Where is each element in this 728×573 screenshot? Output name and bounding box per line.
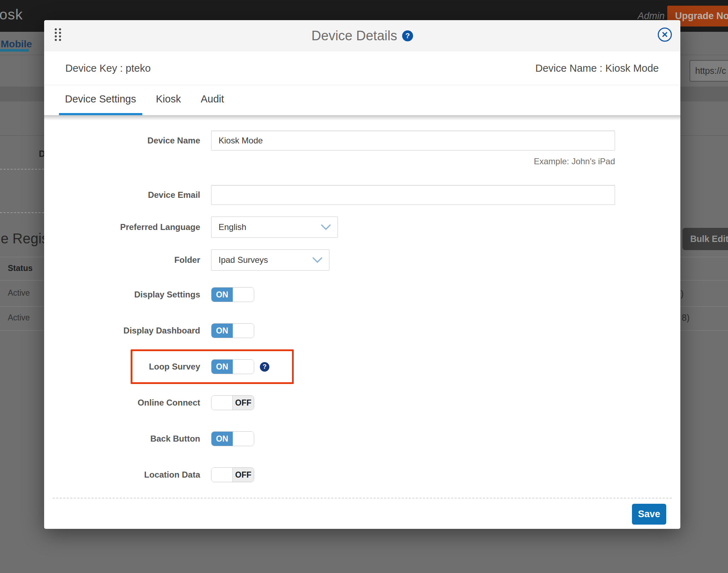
toggle-knob [233, 324, 254, 338]
table-cell-fragment: 8) [682, 313, 690, 323]
url-field[interactable]: https://c [690, 60, 728, 82]
toggle-on-segment: ON [211, 432, 233, 446]
modal-tabs: Device Settings Kiosk Audit [59, 85, 238, 115]
screen: osk Admin Upgrade Now Mobile D e Registr… [0, 0, 728, 573]
toggle-knob [211, 396, 233, 410]
display-dashboard-label: Display Dashboard [44, 326, 200, 336]
table-cell-fragment: ) [681, 289, 684, 299]
table-row-status: Active [8, 288, 30, 298]
chevron-down-icon [312, 257, 323, 263]
online-connect-toggle[interactable]: OFF [211, 395, 254, 410]
folder-value: Ipad Surveys [219, 255, 268, 265]
device-name-helper: Example: John's iPad [211, 156, 615, 166]
loop-survey-toggle[interactable]: ON [211, 359, 254, 374]
display-dashboard-toggle[interactable]: ON [211, 323, 254, 338]
toggle-on-segment: ON [211, 324, 233, 338]
preferred-language-value: English [219, 222, 246, 232]
device-email-label: Device Email [44, 190, 200, 200]
preferred-language-select[interactable]: English [211, 217, 338, 238]
device-name-text: Device Name : Kiosk Mode [535, 51, 659, 85]
loop-survey-help-icon[interactable]: ? [260, 362, 269, 372]
folder-select[interactable]: Ipad Surveys [211, 249, 329, 271]
page-dashed-divider [0, 212, 44, 213]
tab-device-settings[interactable]: Device Settings [59, 85, 142, 115]
nav-tab-mobile[interactable]: Mobile [1, 39, 32, 50]
modal-title: Device Details [311, 28, 397, 43]
toggle-on-segment: ON [211, 360, 233, 374]
help-icon[interactable]: ? [402, 30, 413, 41]
device-name-input[interactable] [211, 131, 615, 150]
loop-survey-label: Loop Survey [44, 362, 200, 372]
back-button-label: Back Button [44, 434, 200, 444]
app-logo: osk [0, 6, 23, 23]
tab-audit[interactable]: Audit [195, 85, 230, 115]
toggle-off-segment: OFF [233, 396, 254, 410]
device-name-label: Device Name [44, 136, 200, 146]
location-data-label: Location Data [44, 470, 200, 480]
footer-dashed-divider [53, 498, 672, 498]
bulk-edit-button[interactable]: Bulk Edit [682, 228, 728, 250]
display-settings-label: Display Settings [44, 290, 200, 300]
device-email-input[interactable] [211, 185, 615, 205]
close-icon[interactable]: ✕ [658, 28, 672, 42]
location-data-toggle[interactable]: OFF [211, 467, 254, 482]
page-dashed-divider [0, 169, 44, 170]
toggle-on-segment: ON [211, 288, 233, 302]
online-connect-label: Online Connect [44, 398, 200, 408]
tabs-shadow [44, 115, 680, 120]
nav-tab-mobile-underline [0, 49, 29, 52]
save-button[interactable]: Save [632, 504, 666, 525]
display-settings-toggle[interactable]: ON [211, 287, 254, 302]
tab-kiosk[interactable]: Kiosk [150, 85, 187, 115]
back-button-toggle[interactable]: ON [211, 431, 254, 446]
toggle-off-segment: OFF [233, 468, 254, 482]
device-key-text: Device Key : pteko [65, 51, 151, 85]
device-key-row: Device Key : pteko Device Name : Kiosk M… [44, 51, 680, 85]
modal-header: Device Details ? ✕ [44, 20, 680, 51]
chevron-down-icon [321, 224, 331, 230]
table-row-status: Active [8, 313, 30, 323]
toggle-knob [233, 360, 254, 374]
toggle-knob [233, 288, 254, 302]
toggle-knob [233, 432, 254, 446]
device-details-modal: Device Details ? ✕ Device Key : pteko De… [44, 20, 680, 529]
table-header-status: Status [8, 264, 32, 273]
preferred-language-label: Preferred Language [44, 222, 200, 232]
folder-label: Folder [44, 255, 200, 265]
toggle-knob [211, 468, 233, 482]
